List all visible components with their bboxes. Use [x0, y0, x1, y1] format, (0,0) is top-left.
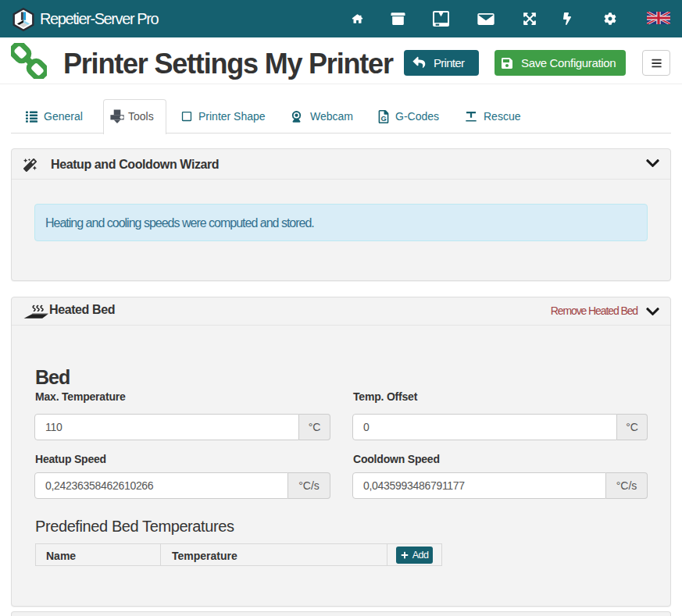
svg-text:G: G	[380, 114, 386, 122]
